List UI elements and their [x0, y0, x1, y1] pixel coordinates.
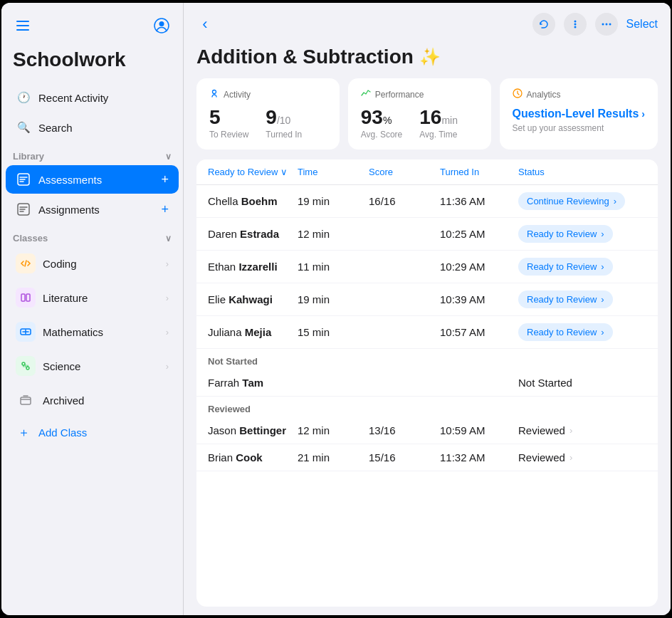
performance-card-header: Performance	[361, 88, 478, 100]
student-name: Brian Cook	[208, 451, 298, 464]
student-name: Jason Bettinger	[208, 424, 298, 436]
mathematics-icon	[16, 322, 36, 342]
analytics-card[interactable]: Analytics Question-Level Results › Set u…	[500, 78, 658, 150]
back-button[interactable]: ‹	[194, 13, 216, 36]
coding-icon	[16, 253, 36, 273]
turned-in-label: Turned In	[266, 130, 302, 140]
sidebar-item-mathematics[interactable]: Mathematics ›	[6, 315, 179, 348]
activity-card-header: Activity	[209, 88, 327, 100]
sidebar: Schoolwork 🕐 Recent Activity 🔍 Search Li…	[1, 3, 184, 615]
table-row[interactable]: Juliana Mejia 15 min 10:57 AM Ready to R…	[196, 316, 658, 349]
sidebar-item-archived[interactable]: Archived	[6, 384, 179, 417]
avg-time-value: 16min	[419, 108, 458, 127]
svg-point-13	[574, 21, 576, 23]
status-cell: Continue Reviewing ›	[518, 192, 646, 210]
sidebar-item-assignments[interactable]: Assignments +	[6, 195, 179, 224]
science-label: Science	[43, 360, 80, 372]
select-button[interactable]: Select	[626, 18, 658, 31]
main-content: ‹	[184, 3, 671, 615]
clock-icon: 🕐	[16, 90, 31, 105]
turned-in-value: 9/10	[266, 108, 302, 127]
analytics-icon	[513, 88, 523, 100]
activity-metrics: 5 To Review 9/10 Turned In	[209, 108, 327, 140]
activity-label: Activity	[224, 90, 251, 100]
avg-score-value: 93%	[361, 108, 402, 127]
add-class-button[interactable]: ＋ Add Class	[6, 418, 179, 446]
analytics-title-text: Question-Level Results	[513, 108, 639, 120]
turned-in-cell: 10:29 AM	[440, 261, 518, 273]
row-chevron-icon: ›	[569, 425, 572, 436]
turned-in-cell: 11:36 AM	[440, 195, 518, 207]
performance-metrics: 93% Avg. Score 16min Avg. Time	[361, 108, 478, 140]
sidebar-item-literature[interactable]: Literature ›	[6, 281, 179, 314]
student-name: Juliana Mejia	[208, 326, 298, 338]
table-row[interactable]: Jason Bettinger 12 min 13/16 10:59 AM Re…	[196, 417, 658, 444]
score-cell: 15/16	[369, 451, 440, 464]
sidebar-item-recent[interactable]: 🕐 Recent Activity	[6, 83, 179, 112]
sidebar-item-assignments-label: Assignments	[38, 204, 100, 216]
time-cell: 12 min	[298, 228, 369, 240]
list-button[interactable]	[564, 13, 587, 36]
svg-rect-12	[21, 397, 31, 404]
classes-section-header: Classes ∨	[1, 224, 183, 246]
student-name: Elie Kahwagi	[208, 293, 298, 305]
analytics-card-header: Analytics	[513, 88, 646, 100]
row-chevron-icon: ›	[569, 452, 572, 463]
sidebar-item-science[interactable]: Science ›	[6, 350, 179, 382]
sparkle-icon: ✨	[419, 47, 441, 67]
performance-icon	[361, 88, 371, 100]
sidebar-item-search[interactable]: 🔍 Search	[6, 113, 179, 142]
undo-button[interactable]	[532, 13, 555, 36]
student-name: Daren Estrada	[208, 228, 298, 240]
sidebar-toggle-button[interactable]	[11, 14, 34, 37]
add-class-icon: ＋	[16, 424, 31, 440]
sidebar-top-bar	[1, 14, 183, 46]
sidebar-item-assessments[interactable]: Assessments +	[6, 165, 179, 194]
student-name: Ethan Izzarelli	[208, 261, 298, 273]
performance-label: Performance	[375, 90, 424, 100]
table-row[interactable]: Brian Cook 21 min 15/16 11:32 AM Reviewe…	[196, 444, 658, 471]
coding-label: Coding	[43, 258, 77, 270]
sidebar-item-search-label: Search	[38, 122, 73, 134]
literature-chevron-icon: ›	[166, 293, 169, 303]
status-badge: Continue Reviewing ›	[518, 192, 625, 210]
score-cell: 13/16	[369, 424, 440, 436]
table-row[interactable]: Daren Estrada 12 min 10:25 AM Ready to R…	[196, 218, 658, 251]
student-table: Ready to Review ∨ Time Score Turned In S…	[196, 159, 658, 607]
literature-label: Literature	[43, 292, 88, 304]
reviewed-status-text: Reviewed	[518, 451, 565, 464]
classes-chevron-icon: ∨	[165, 234, 172, 243]
col-turned-in[interactable]: Turned In	[440, 167, 518, 177]
analytics-arrow-icon: ›	[641, 108, 645, 120]
col-score[interactable]: Score	[369, 167, 440, 177]
add-assessment-button[interactable]: +	[161, 172, 169, 187]
table-row[interactable]: Chella Boehm 19 min 16/16 11:36 AM Conti…	[196, 185, 658, 218]
col-ready-to-review[interactable]: Ready to Review ∨	[208, 167, 298, 177]
turned-in-cell: 10:57 AM	[440, 326, 518, 338]
col-status[interactable]: Status	[518, 167, 646, 177]
add-assignment-button[interactable]: +	[161, 202, 169, 217]
page-title-text: Addition & Subtraction	[196, 46, 414, 68]
to-review-label: To Review	[209, 130, 248, 140]
top-bar-right: Select	[532, 13, 658, 36]
sidebar-item-coding[interactable]: Coding ›	[6, 247, 179, 280]
library-chevron-icon: ∨	[165, 152, 172, 162]
archived-icon	[16, 390, 36, 410]
search-icon: 🔍	[16, 120, 31, 135]
time-cell: 19 min	[298, 293, 369, 305]
col-time[interactable]: Time	[298, 167, 369, 177]
classes-label: Classes	[13, 233, 48, 243]
avg-time-metric: 16min Avg. Time	[419, 108, 458, 140]
table-row[interactable]: Elie Kahwagi 19 min 10:39 AM Ready to Re…	[196, 283, 658, 316]
svg-point-15	[574, 26, 576, 28]
profile-button[interactable]	[150, 14, 173, 37]
performance-card: Performance 93% Avg. Score 16min Avg. Ti…	[348, 78, 491, 150]
status-cell: Reviewed ›	[518, 451, 646, 464]
sort-chevron-icon: ∨	[280, 167, 288, 177]
table-row[interactable]: Ethan Izzarelli 11 min 10:29 AM Ready to…	[196, 251, 658, 283]
time-cell: 12 min	[298, 424, 369, 436]
table-row[interactable]: Farrah Tam Not Started	[196, 370, 658, 397]
more-button[interactable]	[595, 13, 618, 36]
analytics-title: Question-Level Results ›	[513, 108, 646, 120]
avg-time-label: Avg. Time	[419, 130, 458, 140]
